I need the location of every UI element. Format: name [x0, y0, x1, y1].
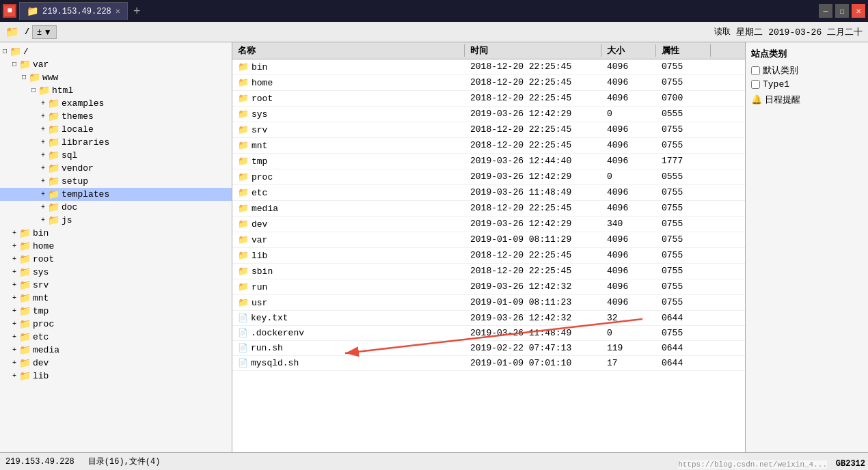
tree-toggle-themes[interactable]: + — [38, 113, 48, 120]
toolbar-action-button[interactable]: ± ▼ — [32, 25, 56, 39]
tree-toggle-proc[interactable]: + — [10, 320, 19, 328]
file-row[interactable]: 📁sbin2018-12-20 22:25:4540960755 — [232, 264, 745, 279]
tree-label-themes: themes — [62, 111, 94, 122]
tree-label-locale: locale — [62, 124, 94, 135]
tree-label-root: / — [23, 46, 29, 57]
tree-toggle-sql[interactable]: + — [38, 152, 48, 159]
tree-toggle-templates[interactable]: + — [38, 191, 48, 198]
tree-item-locale[interactable]: +📁locale — [0, 123, 232, 136]
tree-toggle-home[interactable]: + — [10, 243, 19, 250]
tree-toggle-mnt[interactable]: + — [10, 294, 19, 302]
tree-item-doc[interactable]: +📁doc — [0, 201, 232, 214]
close-button[interactable]: ✕ — [852, 4, 865, 18]
tree-toggle-srv[interactable]: + — [10, 281, 19, 289]
tree-item-libraries[interactable]: +📁libraries — [0, 136, 232, 149]
tree-toggle-html[interactable]: □ — [29, 87, 38, 94]
tree-item-etc[interactable]: +📁etc — [0, 331, 232, 344]
file-name-col: 📁usr — [232, 295, 465, 310]
tree-folder-icon-sql: 📁 — [48, 150, 59, 161]
tree-toggle-lib[interactable]: + — [10, 372, 19, 380]
tree-item-root2[interactable]: +📁root — [0, 253, 232, 266]
tree-item-www[interactable]: □📁www — [0, 71, 232, 84]
tree-item-mnt[interactable]: +📁mnt — [0, 292, 232, 305]
tree-folder-icon-dev: 📁 — [19, 357, 31, 369]
restore-button[interactable]: □ — [835, 4, 849, 18]
sidebar-checkbox-input-1[interactable] — [751, 80, 760, 89]
tree-item-themes[interactable]: +📁themes — [0, 110, 232, 123]
file-row[interactable]: 📁mnt2018-12-20 22:25:4540960755 — [232, 138, 745, 154]
tree-toggle-setup[interactable]: + — [38, 178, 48, 185]
tree-item-setup[interactable]: +📁setup — [0, 175, 232, 188]
minimize-button[interactable]: ─ — [819, 4, 832, 18]
tree-item-var[interactable]: □📁var — [0, 58, 232, 71]
tree-toggle-etc[interactable]: + — [10, 333, 19, 341]
file-perm-col: 0755 — [656, 248, 711, 263]
tree-label-www: www — [42, 72, 58, 83]
tree-toggle-vendor[interactable]: + — [38, 165, 48, 172]
file-name-text: lib — [252, 251, 267, 261]
file-name-col: 📁var — [232, 232, 465, 247]
file-row[interactable]: 📁srv2018-12-20 22:25:4540960755 — [232, 122, 745, 138]
tree-item-html[interactable]: □📁html — [0, 84, 232, 97]
tree-toggle-media[interactable]: + — [10, 346, 19, 354]
file-row[interactable]: 📁root2018-12-20 22:25:4540960700 — [232, 91, 745, 107]
tree-toggle-locale[interactable]: + — [38, 126, 48, 133]
tree-item-vendor[interactable]: +📁vendor — [0, 162, 232, 175]
tree-toggle-tmp[interactable]: + — [10, 307, 19, 315]
tree-item-sql[interactable]: +📁sql — [0, 149, 232, 162]
tree-item-templates[interactable]: +📁templates — [0, 188, 232, 201]
file-row[interactable]: 📁tmp2019-03-26 12:44:4040961777 — [232, 154, 745, 169]
tree-item-tmp[interactable]: +📁tmp — [0, 305, 232, 318]
file-row[interactable]: 📁dev2019-03-26 12:42:293400755 — [232, 217, 745, 232]
tree-toggle-dev[interactable]: + — [10, 359, 19, 367]
file-name-text: srv — [252, 125, 267, 135]
tree-toggle-doc[interactable]: + — [38, 204, 48, 211]
tab-main[interactable]: 📁 219.153.49.228 ✕ — [19, 2, 128, 20]
tree-toggle-root2[interactable]: + — [10, 255, 19, 263]
tree-toggle-libraries[interactable]: + — [38, 139, 48, 146]
file-row[interactable]: 📁sys2019-03-26 12:42:2900555 — [232, 107, 745, 122]
tree-toggle-examples[interactable]: + — [38, 100, 48, 107]
tab-close-button[interactable]: ✕ — [116, 6, 120, 16]
sidebar-checkbox-input-0[interactable] — [751, 66, 760, 75]
file-row[interactable]: 📄key.txt2019-03-26 12:42:32320644 — [232, 311, 745, 326]
file-perm-col: 0755 — [656, 232, 711, 247]
file-rows-container: 📁bin2018-12-20 22:25:4540960755📁home2018… — [232, 59, 745, 371]
tree-toggle-www[interactable]: □ — [19, 74, 29, 81]
file-row[interactable]: 📄.dockerenv2019-03-26 11:48:4900755 — [232, 326, 745, 341]
tree-item-bin[interactable]: +📁bin — [0, 227, 232, 240]
file-row[interactable]: 📁proc2019-03-26 12:42:2900555 — [232, 169, 745, 185]
tree-label-mnt: mnt — [33, 293, 49, 303]
file-row[interactable]: 📁media2018-12-20 22:25:4540960755 — [232, 201, 745, 217]
tree-item-lib[interactable]: +📁lib — [0, 370, 232, 383]
tree-item-examples[interactable]: +📁examples — [0, 97, 232, 110]
tree-item-js[interactable]: +📁js — [0, 214, 232, 227]
tree-toggle-bin[interactable]: + — [10, 230, 19, 237]
file-row[interactable]: 📁home2018-12-20 22:25:4540960755 — [232, 75, 745, 91]
file-row[interactable]: 📁run2019-03-26 12:42:3240960755 — [232, 279, 745, 295]
file-name-text: proc — [252, 172, 273, 182]
file-row[interactable]: 📁usr2019-01-09 08:11:2340960755 — [232, 295, 745, 311]
file-row[interactable]: 📄run.sh2019-02-22 07:47:131190644 — [232, 341, 745, 356]
file-perm-col: 0755 — [656, 264, 711, 279]
tree-item-dev[interactable]: +📁dev — [0, 357, 232, 370]
tree-toggle-sys[interactable]: + — [10, 268, 19, 276]
file-row[interactable]: 📁var2019-01-09 08:11:2940960755 — [232, 232, 745, 248]
tree-label-examples: examples — [62, 98, 104, 109]
tree-item-home[interactable]: +📁home — [0, 240, 232, 253]
file-perm-col: 0755 — [656, 326, 711, 340]
file-row[interactable]: 📁bin2018-12-20 22:25:4540960755 — [232, 59, 745, 75]
tree-item-sys[interactable]: +📁sys — [0, 266, 232, 279]
tree-toggle-var[interactable]: □ — [10, 61, 19, 68]
new-tab-button[interactable]: + — [128, 4, 146, 18]
tree-toggle-js[interactable]: + — [38, 217, 48, 224]
app-icon: ■ — [3, 4, 16, 18]
tree-item-srv[interactable]: +📁srv — [0, 279, 232, 292]
file-row[interactable]: 📄mysqld.sh2019-01-09 07:01:10170644 — [232, 356, 745, 371]
tree-item-media[interactable]: +📁media — [0, 344, 232, 357]
tree-toggle-root[interactable]: □ — [0, 48, 10, 55]
tree-item-root[interactable]: □📁/ — [0, 45, 232, 58]
file-row[interactable]: 📁lib2018-12-20 22:25:4540960755 — [232, 248, 745, 264]
tree-item-proc[interactable]: +📁proc — [0, 318, 232, 331]
file-row[interactable]: 📁etc2019-03-26 11:48:4940960755 — [232, 185, 745, 201]
